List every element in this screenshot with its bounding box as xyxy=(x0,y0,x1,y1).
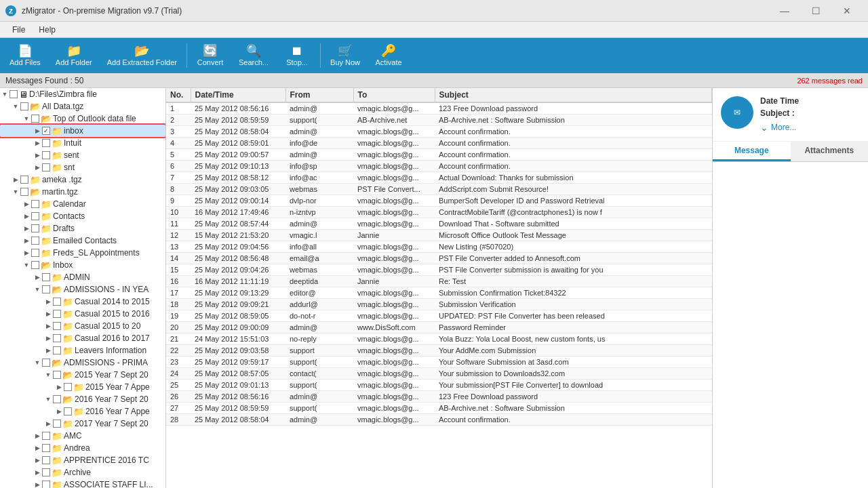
tree-toggle-alldata[interactable]: ▼ xyxy=(11,103,20,110)
tree-checkbox-year7appe2016[interactable] xyxy=(64,407,72,415)
tree-toggle-topofoutlook[interactable]: ▼ xyxy=(22,115,31,122)
tree-checkbox-admissions_in_yea[interactable] xyxy=(42,285,50,293)
tree-toggle-ameka[interactable]: ▶ xyxy=(11,176,20,183)
add-extracted-folder-button[interactable]: 📂 Add Extracted Folder xyxy=(100,41,184,70)
tree-toggle-calendar[interactable]: ▶ xyxy=(22,201,31,207)
tree-toggle-inbox2[interactable]: ▼ xyxy=(22,262,31,268)
tree-toggle-amc[interactable]: ▶ xyxy=(33,432,42,439)
tree-checkbox-calendar[interactable] xyxy=(31,200,39,208)
search-button[interactable]: 🔍 Search... xyxy=(232,41,275,70)
tree-toggle-year7appe2016[interactable]: ▶ xyxy=(54,408,64,415)
tree-toggle-martin[interactable]: ▼ xyxy=(11,188,20,195)
tree-item-archive[interactable]: ▶📁Archive xyxy=(0,466,165,479)
tree-item-casual2015b[interactable]: ▶📁Casual 2015 to 20 xyxy=(0,320,165,332)
tree-toggle-associatestaff[interactable]: ▶ xyxy=(33,481,42,488)
tree-toggle-casual2015a[interactable]: ▶ xyxy=(43,310,53,317)
table-row[interactable]: 225 May 2012 08:59:59support(AB-Archive.… xyxy=(166,115,712,126)
tree-checkbox-year7appe2015[interactable] xyxy=(64,383,72,391)
tree-checkbox-emailedcontacts[interactable] xyxy=(31,237,39,245)
convert-button[interactable]: 🔄 Convert xyxy=(190,41,231,70)
tree-item-snt[interactable]: ▶📁snt xyxy=(0,161,165,174)
tree-item-emailedcontacts[interactable]: ▶📁Emailed Contacts xyxy=(0,235,165,247)
tree-checkbox-year7sept20a[interactable] xyxy=(53,371,61,379)
tree-item-fredssl[interactable]: ▶📁Freds_SL Appointments xyxy=(0,247,165,259)
stop-button[interactable]: ⏹ Stop... xyxy=(277,41,317,70)
tree-toggle-andrea[interactable]: ▶ xyxy=(33,445,42,451)
menu-file[interactable]: File xyxy=(5,24,32,36)
tree-item-root[interactable]: ▼🖥D:\Files\Zimbra file xyxy=(0,88,165,100)
maximize-button[interactable]: ☐ xyxy=(800,0,831,22)
table-row[interactable]: 1825 May 2012 09:09:21addurl@vmagic.blog… xyxy=(166,299,712,310)
tree-item-year7appe2015[interactable]: ▶📁2015 Year 7 Appe xyxy=(0,381,165,393)
tree-checkbox-archive[interactable] xyxy=(42,468,50,476)
tree-item-inbox[interactable]: ▶📁inbox xyxy=(0,125,165,137)
table-row[interactable]: 2325 May 2012 09:59:17support(vmagic.blo… xyxy=(166,357,712,368)
table-row[interactable]: 1616 May 2012 11:11:19deeptidaJannieRe: … xyxy=(166,276,712,287)
tree-toggle-casual2015b[interactable]: ▶ xyxy=(43,323,53,329)
tree-checkbox-alldata[interactable] xyxy=(20,102,28,110)
tree-item-admissions_in_yea[interactable]: ▼📂ADMISSIONS - IN YEA xyxy=(0,283,165,296)
tree-toggle-year7sept20b[interactable]: ▼ xyxy=(43,396,53,403)
table-row[interactable]: 1525 May 2012 09:04:26webmasvmagic.blogs… xyxy=(166,264,712,276)
tree-checkbox-sent[interactable] xyxy=(42,151,50,159)
table-row[interactable]: 1125 May 2012 08:57:44admin@vmagic.blogs… xyxy=(166,218,712,230)
tree-toggle-apprentice2016[interactable]: ▶ xyxy=(33,457,42,464)
tree-item-year7sept2017[interactable]: ▶📁2017 Year 7 Sept 20 xyxy=(0,418,165,430)
tree-checkbox-inbox2[interactable] xyxy=(31,261,39,269)
table-row[interactable]: 1215 May 2012 21:53:20vmagic.lJannieMicr… xyxy=(166,230,712,241)
menu-help[interactable]: Help xyxy=(32,24,62,36)
tree-checkbox-associatestaff[interactable] xyxy=(42,481,50,488)
tree-checkbox-intuit[interactable] xyxy=(42,139,50,147)
tree-checkbox-leavers[interactable] xyxy=(53,346,61,354)
tree-checkbox-year7sept20b[interactable] xyxy=(53,395,61,403)
tree-item-leavers[interactable]: ▶📁Leavers Information xyxy=(0,344,165,357)
tree-checkbox-casual2015b[interactable] xyxy=(53,322,61,330)
tree-item-year7sept20a[interactable]: ▼📂2015 Year 7 Sept 20 xyxy=(0,369,165,381)
tree-checkbox-admissions_prima[interactable] xyxy=(42,359,50,367)
tree-checkbox-year7sept2017[interactable] xyxy=(53,420,61,428)
tree-item-calendar[interactable]: ▶📁Calendar xyxy=(0,198,165,210)
tree-toggle-root[interactable]: ▼ xyxy=(0,91,9,98)
tree-item-year7sept20b[interactable]: ▼📂2016 Year 7 Sept 20 xyxy=(0,393,165,405)
tree-item-contacts[interactable]: ▶📁Contacts xyxy=(0,210,165,222)
tree-checkbox-martin[interactable] xyxy=(20,188,28,196)
add-folder-button[interactable]: 📁 Add Folder xyxy=(49,41,99,70)
tree-item-topofoutlook[interactable]: ▼📂Top of Outlook data file xyxy=(0,113,165,125)
tree-item-apprentice2016[interactable]: ▶📁APPRENTICE 2016 TC xyxy=(0,454,165,466)
tree-checkbox-fredssl[interactable] xyxy=(31,249,39,257)
tree-item-intuit[interactable]: ▶📁Intuit xyxy=(0,137,165,149)
tree-item-martin[interactable]: ▼📂martin.tgz xyxy=(0,186,165,198)
tree-item-year7appe2016[interactable]: ▶📁2016 Year 7 Appe xyxy=(0,405,165,418)
tree-toggle-fredssl[interactable]: ▶ xyxy=(22,249,31,256)
tab-message[interactable]: Message xyxy=(713,142,791,161)
minimize-button[interactable]: ― xyxy=(769,0,800,22)
table-row[interactable]: 2225 May 2012 09:03:58supportvmagic.blog… xyxy=(166,345,712,357)
tree-checkbox-ameka[interactable] xyxy=(20,176,28,184)
tree-item-admin[interactable]: ▶📁ADMIN xyxy=(0,271,165,283)
more-link[interactable]: ⌄ More... xyxy=(760,122,860,133)
tree-toggle-sent[interactable]: ▶ xyxy=(33,152,42,159)
table-row[interactable]: 1016 May 2012 17:49:46n-izntvpvmagic.blo… xyxy=(166,207,712,218)
tree-toggle-admin[interactable]: ▶ xyxy=(33,274,42,281)
tree-toggle-year7sept2017[interactable]: ▶ xyxy=(43,420,53,427)
tree-toggle-drafts[interactable]: ▶ xyxy=(22,225,31,232)
tree-item-sent[interactable]: ▶📁sent xyxy=(0,149,165,161)
buy-now-button[interactable]: 🛒 Buy Now xyxy=(323,41,367,70)
tree-checkbox-apprentice2016[interactable] xyxy=(42,456,50,464)
tree-toggle-emailedcontacts[interactable]: ▶ xyxy=(22,237,31,244)
folder-tree[interactable]: ▼🖥D:\Files\Zimbra file▼📂All Data.tgz▼📂To… xyxy=(0,88,166,488)
tree-toggle-casual2014[interactable]: ▶ xyxy=(43,298,53,305)
tree-item-casual2014[interactable]: ▶📁Casual 2014 to 2015 xyxy=(0,296,165,308)
tree-item-casual2016[interactable]: ▶📁Casual 2016 to 2017 xyxy=(0,332,165,344)
tree-item-alldata[interactable]: ▼📂All Data.tgz xyxy=(0,100,165,113)
tree-toggle-year7appe2015[interactable]: ▶ xyxy=(54,384,64,390)
tree-checkbox-admin[interactable] xyxy=(42,273,50,281)
table-row[interactable]: 725 May 2012 08:58:12info@acvmagic.blogs… xyxy=(166,172,712,184)
table-row[interactable]: 2725 May 2012 08:59:59support(vmagic.blo… xyxy=(166,403,712,414)
tree-toggle-snt[interactable]: ▶ xyxy=(33,164,42,171)
table-row[interactable]: 625 May 2012 09:10:13info@spvmagic.blogs… xyxy=(166,161,712,172)
table-row[interactable]: 925 May 2012 09:00:14dvlp-norvmagic.blog… xyxy=(166,195,712,207)
tree-toggle-leavers[interactable]: ▶ xyxy=(43,347,53,354)
tree-item-associatestaff[interactable]: ▶📁ASSOCIATE STAFF LI... xyxy=(0,479,165,488)
tree-toggle-admissions_prima[interactable]: ▼ xyxy=(33,359,42,366)
